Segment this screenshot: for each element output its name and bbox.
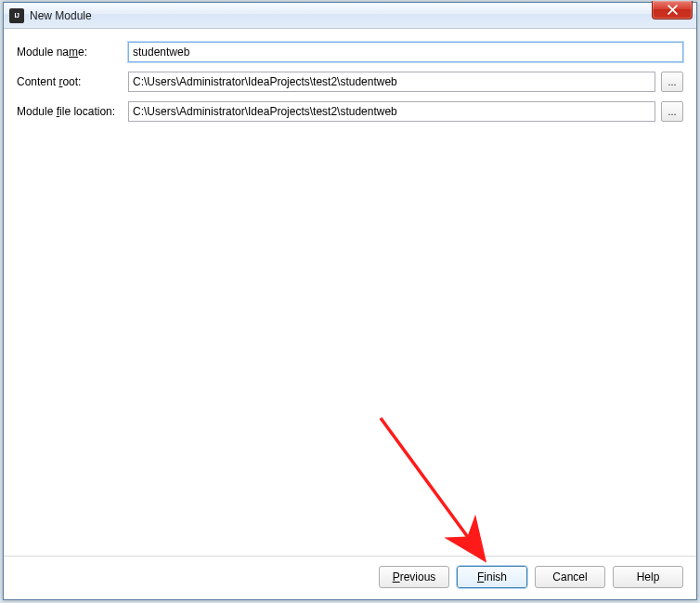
window-title: New Module bbox=[30, 9, 92, 22]
close-button[interactable] bbox=[652, 1, 693, 20]
dialog-content: Module name: Content root: ... Module fi… bbox=[4, 29, 696, 556]
app-icon bbox=[9, 8, 24, 23]
row-module-name: Module name: bbox=[17, 42, 683, 62]
content-root-field[interactable] bbox=[128, 72, 655, 92]
module-name-field[interactable] bbox=[128, 42, 683, 62]
help-button[interactable]: Help bbox=[613, 566, 683, 588]
dialog-window: New Module Module name: Content root: ..… bbox=[3, 2, 697, 600]
cancel-button[interactable]: Cancel bbox=[535, 566, 605, 588]
previous-button[interactable]: Previous bbox=[379, 566, 449, 588]
content-root-browse-button[interactable]: ... bbox=[661, 72, 683, 92]
module-file-location-field[interactable] bbox=[128, 101, 655, 122]
row-content-root: Content root: ... bbox=[17, 72, 683, 92]
dialog-footer: Previous Finish Cancel Help bbox=[4, 556, 696, 599]
close-icon bbox=[668, 5, 678, 15]
titlebar[interactable]: New Module bbox=[4, 3, 696, 29]
finish-button[interactable]: Finish bbox=[457, 566, 527, 588]
label-module-name: Module name: bbox=[17, 46, 128, 59]
label-content-root: Content root: bbox=[17, 75, 128, 88]
row-module-file-location: Module file location: ... bbox=[17, 101, 683, 122]
label-module-file-location: Module file location: bbox=[17, 105, 128, 118]
module-file-location-browse-button[interactable]: ... bbox=[661, 101, 683, 122]
